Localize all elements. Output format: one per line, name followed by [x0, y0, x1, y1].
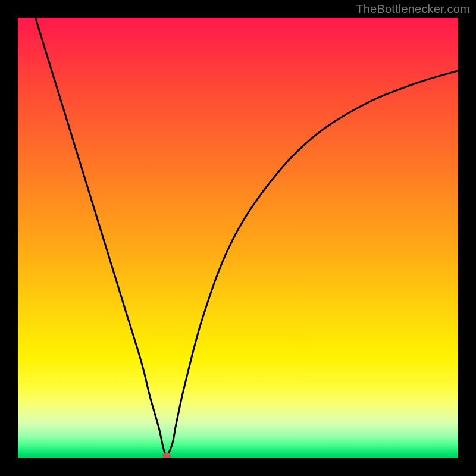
- chart-plot-area: [18, 18, 458, 458]
- watermark-text: TheBottlenecker.com: [356, 2, 470, 16]
- chart-curve-svg: [18, 18, 458, 458]
- min-marker: [162, 453, 171, 458]
- bottleneck-curve-line: [36, 18, 458, 455]
